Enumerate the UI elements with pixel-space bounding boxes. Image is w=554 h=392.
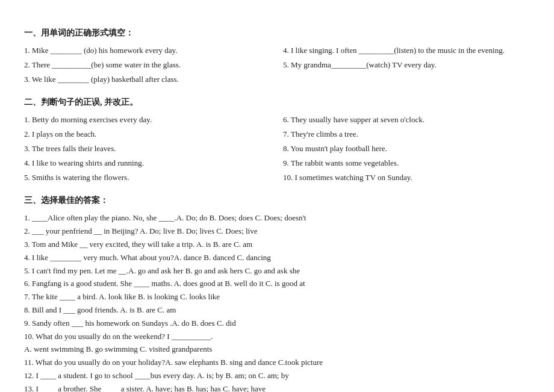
list-item: 8. Bill and I ___ good friends. A. is B.… [24,304,530,317]
list-item: 8. You mustn't play football here. [283,143,530,155]
list-item: 1. Betty do morning exercises every day. [24,114,271,126]
list-item: 9. Sandy often ___ his homework on Sunda… [24,317,530,330]
section2-title: 二、判断句子的正误, 并改正。 [24,97,530,108]
list-item: 10. What do you usually do on the weeken… [24,331,530,343]
list-item: 5. Smiths is watering the flowers. [24,172,271,184]
list-item: 7. The kite ____ a bird. A. look like B.… [24,291,530,303]
section1-col1: 1. Mike ________ (do) his homework every… [24,45,271,87]
section2-col2: 6. They usually have supper at seven o'c… [283,114,530,185]
list-item: 2. I plays on the beach. [24,128,271,141]
section3-title: 三、选择最佳的答案： [24,195,530,206]
list-item: 1. Mike ________ (do) his homework every… [24,45,271,57]
list-item: 2. ___ your penfriend __ in Beijing? A. … [24,225,530,238]
list-item: 3. The trees falls their leaves. [24,143,271,155]
list-item: 4. I like singing. I often _________(lis… [283,45,530,57]
list-item: 9. The rabbit wants some vegetables. [283,157,530,170]
list-item: 6. They usually have supper at seven o'c… [283,114,530,126]
list-item: 4. I like ________ very much. What about… [24,252,530,264]
section1-content: 1. Mike ________ (do) his homework every… [24,45,530,87]
section1-col2: 4. I like singing. I often _________(lis… [283,45,530,87]
list-item: 6. Fangfang is a good student. She ____ … [24,278,530,290]
list-item: 4. I like to wearing shirts and running. [24,157,271,170]
list-item: 12. I ____ a student. I go to school ___… [24,370,530,382]
section3-content: 1. ____Alice often play the piano. No, s… [24,212,530,392]
list-item: 2. There __________(be) some water in th… [24,59,271,72]
list-item: 5. My grandma_________(watch) TV every d… [283,59,530,72]
section1-title: 一、用单词的正确形式填空： [24,28,530,39]
list-item: 13. I ____ a brother. She ____ a sister.… [24,383,530,392]
list-item: 5. I can't find my pen. Let me __.A. go … [24,265,530,278]
list-item: 10. I sometimes watching TV on Sunday. [283,172,530,184]
list-item: 3. We like ________ (play) basketball af… [24,73,271,86]
list-item: 1. ____Alice often play the piano. No, s… [24,212,530,225]
list-item: 11. What do you usually do on your holid… [24,356,530,369]
list-item: 3. Tom and Mike __ very excited, they wi… [24,238,530,251]
section2-col1: 1. Betty do morning exercises every day.… [24,114,271,185]
section2-content: 1. Betty do morning exercises every day.… [24,114,530,185]
list-item: 7. They're climbs a tree. [283,128,530,141]
list-item: A. went swimming B. go swimming C. visit… [24,343,530,356]
